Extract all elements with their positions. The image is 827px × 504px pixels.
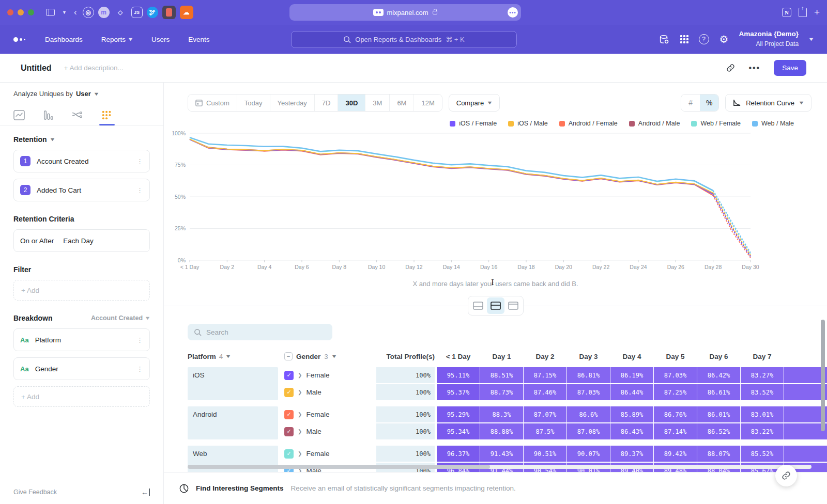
- retention-value-cell[interactable]: 89.37%: [610, 446, 653, 462]
- retention-value-cell[interactable]: 87.46%: [524, 384, 566, 400]
- day-column-header[interactable]: Day 2: [524, 353, 566, 360]
- day-column-header[interactable]: Day 4: [610, 353, 653, 360]
- retention-value-cell[interactable]: 86.19%: [610, 367, 653, 383]
- tab-retention[interactable]: [101, 110, 113, 125]
- give-feedback-link[interactable]: Give Feedback: [13, 489, 57, 496]
- criteria-interval[interactable]: Each Day: [63, 237, 94, 245]
- new-tab-icon[interactable]: +: [814, 7, 820, 18]
- retention-value-cell[interactable]: 87.08%: [567, 423, 610, 439]
- checkbox-checked[interactable]: ✓: [284, 371, 294, 380]
- retention-value-cell[interactable]: 87.07%: [524, 406, 566, 422]
- mixpanel-logo[interactable]: [13, 37, 25, 42]
- range-yesterday[interactable]: Yesterday: [270, 94, 315, 111]
- platform-cell[interactable]: iOS: [188, 367, 278, 400]
- legend-item[interactable]: Web / Female: [691, 120, 741, 127]
- step-card-1[interactable]: 1Account Created⋮: [13, 150, 150, 172]
- nav-item-reports[interactable]: Reports▼: [101, 36, 133, 43]
- apps-grid-icon[interactable]: [680, 35, 688, 43]
- red-app-tab-icon[interactable]: [162, 6, 176, 19]
- unit-percent[interactable]: %: [700, 94, 718, 111]
- retention-value-cell[interactable]: 86.52%: [697, 423, 740, 439]
- url-more-icon[interactable]: •••: [508, 7, 518, 18]
- retention-value-cell[interactable]: 88.88%: [480, 423, 523, 439]
- breakdown-card-gender[interactable]: AaGender⋮: [13, 357, 150, 380]
- retention-value-cell[interactable]: 86.44%: [610, 384, 653, 400]
- minimize-window-button[interactable]: [18, 9, 24, 15]
- retention-value-cell[interactable]: 95.37%: [437, 384, 480, 400]
- retention-section-title[interactable]: Retention: [13, 135, 47, 144]
- retention-value-cell[interactable]: 95.29%: [437, 406, 480, 422]
- kebab-menu-icon[interactable]: ⋮: [136, 158, 143, 165]
- more-options-icon[interactable]: •••: [748, 64, 760, 73]
- global-search-input[interactable]: Open Reports & Dashboards ⌘ + K: [291, 31, 517, 48]
- gender-cell[interactable]: ✓❯Male: [284, 384, 364, 400]
- retention-value-cell[interactable]: 85.52%: [741, 446, 784, 462]
- retention-value-cell[interactable]: 87.03%: [654, 367, 697, 383]
- report-title[interactable]: Untitled: [21, 64, 52, 73]
- legend-item[interactable]: Android / Male: [629, 120, 680, 127]
- table-search-input[interactable]: Search: [188, 324, 332, 340]
- horizontal-scrollbar[interactable]: [188, 465, 811, 469]
- project-chevron-icon[interactable]: ▼: [808, 37, 814, 42]
- unit-absolute[interactable]: #: [681, 94, 700, 111]
- close-window-button[interactable]: [7, 9, 13, 15]
- nav-item-dashboards[interactable]: Dashboards: [45, 36, 83, 43]
- traffic-lights[interactable]: [7, 9, 34, 15]
- sidebar-toggle-icon[interactable]: [46, 9, 55, 16]
- add-filter-button[interactable]: + Add: [13, 280, 150, 301]
- retention-value-cell[interactable]: 86.6%: [567, 406, 610, 422]
- retention-value-cell[interactable]: 91.43%: [480, 446, 523, 462]
- gender-cell[interactable]: ✓❯Female: [284, 446, 364, 462]
- vertical-scrollbar[interactable]: [821, 320, 825, 463]
- retention-value-cell[interactable]: 86.61%: [697, 384, 740, 400]
- split-view-button[interactable]: [487, 297, 504, 314]
- retention-value-cell[interactable]: 83.27%: [741, 367, 784, 383]
- share-link-floating-button[interactable]: [775, 465, 797, 486]
- checkbox-checked[interactable]: ✓: [284, 388, 294, 397]
- expand-chevron-icon[interactable]: ❯: [298, 451, 302, 456]
- help-icon[interactable]: ?: [699, 34, 709, 44]
- notion-extension-icon[interactable]: N: [782, 8, 791, 17]
- criteria-mode[interactable]: On or After: [20, 237, 54, 245]
- retention-value-cell[interactable]: 87.14%: [654, 423, 697, 439]
- retention-value-cell[interactable]: 90.51%: [524, 446, 566, 462]
- range-custom[interactable]: Custom: [188, 94, 237, 111]
- tab-flows[interactable]: [71, 110, 84, 125]
- expand-chevron-icon[interactable]: ❯: [298, 429, 302, 434]
- legend-item[interactable]: Android / Female: [559, 120, 618, 127]
- project-switcher[interactable]: Amazonia {Demo} All Project Data: [739, 30, 799, 49]
- add-breakdown-button[interactable]: + Add: [13, 386, 150, 407]
- day-column-header[interactable]: Day 5: [654, 353, 697, 360]
- platform-cell[interactable]: Android: [188, 406, 278, 439]
- legend-item[interactable]: iOS / Female: [450, 120, 497, 127]
- kebab-menu-icon[interactable]: ⋮: [136, 365, 143, 373]
- gender-cell[interactable]: ✓❯Male: [284, 423, 364, 439]
- gender-column-header[interactable]: −Gender3▼: [284, 352, 364, 360]
- checkbox-checked[interactable]: ✓: [284, 410, 294, 419]
- retention-value-cell[interactable]: 86.01%: [697, 406, 740, 422]
- retention-value-cell[interactable]: 86.76%: [654, 406, 697, 422]
- nav-item-events[interactable]: Events: [188, 36, 209, 43]
- retention-value-cell[interactable]: 86.42%: [697, 367, 740, 383]
- data-management-icon[interactable]: [658, 34, 670, 45]
- m-app-tab-icon[interactable]: m: [98, 7, 110, 18]
- analyze-chevron-icon[interactable]: ▼: [93, 91, 99, 97]
- day-column-header[interactable]: Day 6: [697, 353, 740, 360]
- range-6m[interactable]: 6M: [390, 94, 414, 111]
- select-all-checkbox[interactable]: −: [284, 352, 293, 360]
- breakdown-scope-dropdown[interactable]: Account Created▼: [91, 314, 150, 322]
- add-description-field[interactable]: + Add description...: [64, 64, 124, 72]
- expand-chevron-icon[interactable]: ❯: [298, 372, 302, 378]
- retention-value-cell[interactable]: 83.22%: [741, 423, 784, 439]
- legend-item[interactable]: iOS / Male: [508, 120, 547, 127]
- nav-item-users[interactable]: Users: [151, 36, 170, 43]
- analyze-by-value[interactable]: User: [76, 90, 91, 98]
- chart-only-view-button[interactable]: [469, 297, 487, 314]
- share-icon[interactable]: ↑: [799, 8, 807, 17]
- onepassword-tab-icon[interactable]: ◎: [83, 7, 94, 18]
- legend-item[interactable]: Web / Male: [752, 120, 794, 127]
- retention-value-cell[interactable]: 86.81%: [567, 367, 610, 383]
- bird-tab-icon[interactable]: 🕊: [147, 7, 158, 18]
- retention-value-cell[interactable]: 88.3%: [480, 406, 523, 422]
- retention-value-cell[interactable]: 83.01%: [741, 406, 784, 422]
